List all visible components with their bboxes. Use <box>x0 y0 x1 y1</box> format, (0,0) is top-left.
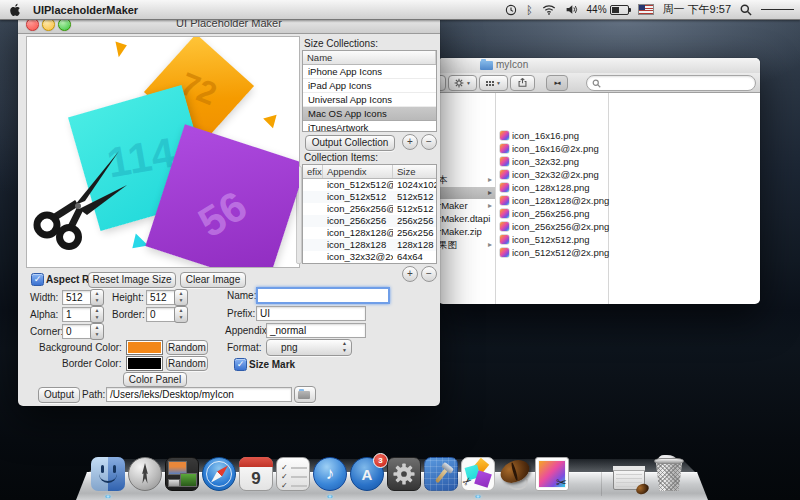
aspect-ratio-checkbox[interactable]: ✓ <box>31 273 44 286</box>
volume-icon[interactable] <box>565 4 578 15</box>
file-row[interactable]: icon_128x128@2x.png <box>500 195 609 206</box>
dock-finder-icon[interactable] <box>91 457 125 491</box>
file-row[interactable]: icon_32x32.png <box>500 156 579 167</box>
battery-icon <box>610 5 629 15</box>
dropdown-arrow-icon: ▼ <box>496 80 501 86</box>
clear-image-button[interactable]: Clear Image <box>180 272 246 288</box>
action-gear-button[interactable]: ▼ <box>448 75 477 91</box>
collection-row[interactable]: iPad App Icons <box>303 79 436 93</box>
dock-minimized-window[interactable] <box>613 466 645 490</box>
dock-itunes-icon[interactable]: ♪ <box>313 457 347 491</box>
add-item-button[interactable]: + <box>402 266 418 282</box>
collection-row[interactable]: Universal App Icons <box>303 93 436 107</box>
alpha-stepper[interactable]: ▲▼ <box>90 306 104 323</box>
remove-item-button[interactable]: − <box>421 266 437 282</box>
file-row[interactable]: icon_512x512@2x.png <box>500 247 609 258</box>
border-stepper[interactable]: ▲▼ <box>174 306 188 323</box>
notification-center-icon[interactable] <box>761 7 794 12</box>
format-select[interactable]: png ▲▼ <box>266 339 352 356</box>
share-button[interactable] <box>510 75 535 91</box>
prefix-input[interactable]: UI <box>256 306 366 321</box>
bluetooth-icon[interactable]: ᛒ <box>526 4 533 16</box>
menu-app-name[interactable]: UIPlaceholderMaker <box>33 4 138 16</box>
size-mark-checkbox[interactable]: ✓ <box>234 358 247 371</box>
sidebar-row[interactable]: rMaker.zip <box>438 226 495 238</box>
collection-row[interactable]: iTunesArtwork <box>303 121 436 132</box>
border-color-swatch[interactable] <box>126 356 163 371</box>
collection-row[interactable]: iPhone App Icons <box>303 65 436 79</box>
time-machine-icon[interactable] <box>505 4 517 16</box>
item-row[interactable]: icon_512x512@2x1024x1024 <box>303 179 436 191</box>
item-row[interactable]: icon_256x256256x256 <box>303 215 436 227</box>
item-row[interactable]: icon_128x128@2x256x256 <box>303 227 436 239</box>
height-stepper[interactable]: ▲▼ <box>174 289 188 306</box>
choose-folder-button[interactable] <box>294 386 316 403</box>
item-row[interactable]: icon_32x32@2x64x64 <box>303 251 436 263</box>
file-row[interactable]: icon_16x16.png <box>500 130 579 141</box>
background-color-swatch[interactable] <box>126 340 163 355</box>
disclosure-icon: ▸ <box>488 239 492 251</box>
file-row[interactable]: icon_16x16@2x.png <box>500 143 599 154</box>
reset-image-size-button[interactable]: Reset Image Size <box>88 272 176 288</box>
width-stepper[interactable]: ▲▼ <box>90 289 104 306</box>
image-preview-canvas[interactable]: 72 114 56 <box>26 36 300 268</box>
dock-image-clip-app-icon[interactable]: ✂ <box>535 457 569 491</box>
add-collection-button[interactable]: + <box>402 134 418 150</box>
item-row[interactable]: icon_512x512512x512 <box>303 191 436 203</box>
battery-indicator[interactable]: 44% <box>587 4 629 15</box>
finder-titlebar[interactable]: myIcon <box>438 58 760 73</box>
gear-icon <box>454 78 464 88</box>
dock-calendar-icon[interactable]: 9 <box>239 457 273 491</box>
dock-launchpad-icon[interactable] <box>128 457 162 491</box>
remove-collection-button[interactable]: − <box>421 134 437 150</box>
column-header-size[interactable]: Size <box>393 165 436 178</box>
color-panel-button[interactable]: Color Panel <box>123 372 187 387</box>
dock-app-store-icon[interactable]: A 3 <box>350 457 384 491</box>
dock-xcode-icon[interactable] <box>424 457 458 491</box>
sidebar-row[interactable]: 本▸ <box>438 174 495 186</box>
input-language-flag-icon[interactable] <box>638 4 654 15</box>
menu-clock[interactable]: 周一 下午9:57 <box>663 2 731 17</box>
wifi-icon[interactable] <box>542 4 556 15</box>
spotlight-icon[interactable] <box>740 4 752 16</box>
height-label: Height: <box>112 292 144 303</box>
collapse-button[interactable]: ▸◂ <box>546 75 568 91</box>
appendix-input[interactable]: _normal <box>266 323 366 338</box>
corner-stepper[interactable]: ▲▼ <box>90 323 104 340</box>
path-input[interactable]: /Users/leks/Desktop/myIcon <box>106 387 292 402</box>
output-button[interactable]: Output <box>38 387 80 403</box>
dock-trash-icon[interactable] <box>655 460 683 491</box>
dock-system-preferences-icon[interactable] <box>387 457 421 491</box>
arrange-button[interactable]: ▼ <box>479 75 508 91</box>
dock-coffee-bean-app-icon[interactable] <box>498 457 532 491</box>
column-header-prefix[interactable]: efix <box>303 165 323 178</box>
apple-menu[interactable] <box>10 3 21 17</box>
sidebar-row-selected[interactable]: ▸ <box>438 187 495 199</box>
disclosure-icon: ▸ <box>488 200 492 212</box>
border-label: Border: <box>112 309 145 320</box>
file-row[interactable]: icon_512x512.png <box>500 234 590 245</box>
file-row[interactable]: icon_128x128.png <box>500 182 590 193</box>
finder-search-input[interactable] <box>586 75 756 91</box>
column-header-appendix[interactable]: Appendix <box>323 165 393 178</box>
file-row[interactable]: icon_32x32@2x.png <box>500 169 599 180</box>
dock-ui-placeholder-maker-icon[interactable]: ✂ <box>461 457 495 491</box>
disclosure-icon: ▸ <box>488 174 492 186</box>
sidebar-row[interactable]: 果图▸ <box>438 239 495 251</box>
border-random-button[interactable]: Random <box>166 356 208 371</box>
file-row[interactable]: icon_256x256.png <box>500 208 590 219</box>
item-row[interactable]: icon_256x256@2x512x512 <box>303 203 436 215</box>
file-row[interactable]: icon_256x256@2x.png <box>500 221 609 232</box>
column-header-name[interactable]: Name <box>303 51 436 64</box>
dock-reminders-icon[interactable]: ✓ ✓ ✓ <box>276 457 310 491</box>
column-divider[interactable] <box>495 93 496 304</box>
sidebar-row[interactable]: rMaker▸ <box>438 200 495 212</box>
dock-safari-icon[interactable] <box>202 457 236 491</box>
name-input[interactable] <box>256 287 390 304</box>
item-row[interactable]: icon_128x128128x128 <box>303 239 436 251</box>
collection-row-selected[interactable]: Mac OS App Icons <box>303 107 436 121</box>
sidebar-row[interactable]: rMaker.dtapi <box>438 213 495 225</box>
background-random-button[interactable]: Random <box>166 340 208 355</box>
output-collection-button[interactable]: Output Collection <box>305 135 395 151</box>
dock-photos-app-icon[interactable] <box>165 457 199 491</box>
